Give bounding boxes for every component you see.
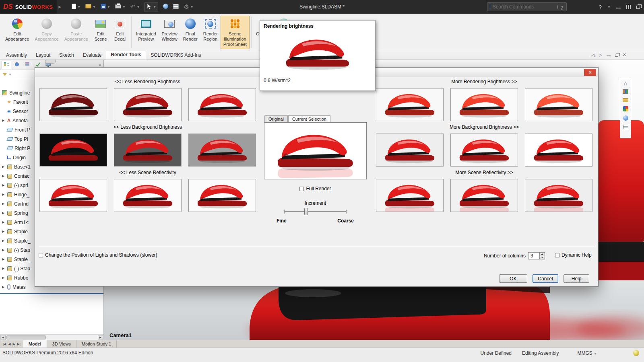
tab-evaluate[interactable]: Evaluate bbox=[78, 51, 106, 60]
search-scope-icon[interactable] bbox=[490, 4, 490, 9]
render-region-button[interactable]: Render Region bbox=[200, 16, 221, 44]
print-button[interactable]: ▼ bbox=[115, 4, 126, 10]
slider-track[interactable] bbox=[284, 211, 347, 212]
menu-expand-icon[interactable]: ▶ bbox=[58, 5, 61, 9]
tab-original[interactable]: Original bbox=[264, 115, 288, 123]
dialog-close-button[interactable]: ✕ bbox=[584, 69, 596, 76]
tab-assembly[interactable]: Assembly bbox=[2, 51, 31, 60]
integrated-preview-button[interactable]: Integrated Preview bbox=[133, 16, 159, 44]
units-selector[interactable]: MMGS ▼ bbox=[577, 350, 597, 356]
expand-arrow-icon[interactable]: ▶ bbox=[2, 165, 4, 169]
tab-solidworks-add-ins[interactable]: SOLIDWORKS Add-Ins bbox=[146, 51, 205, 60]
thumbnail-right-background-1[interactable] bbox=[376, 134, 444, 167]
help-dropdown-icon[interactable]: ▼ bbox=[607, 5, 611, 9]
panel-collapse-handle[interactable] bbox=[45, 60, 56, 64]
doc-close-button[interactable]: ✕ bbox=[623, 53, 626, 57]
increment-slider[interactable] bbox=[284, 208, 347, 215]
expand-arrow-icon[interactable]: ▶ bbox=[2, 220, 4, 224]
thumbnail-left-rendering-1[interactable] bbox=[39, 88, 107, 121]
open-button[interactable]: ▼ bbox=[85, 4, 96, 10]
next-tab-icon[interactable]: ▶ bbox=[12, 342, 15, 346]
tab-sketch[interactable]: Sketch bbox=[55, 51, 78, 60]
last-tab-icon[interactable]: ▶| bbox=[17, 342, 21, 346]
spin-down-icon[interactable] bbox=[539, 256, 545, 260]
search-commands-box[interactable]: ▼ bbox=[487, 2, 567, 11]
panel-horizontal-scrollbar[interactable]: ◀ ▶ bbox=[0, 334, 103, 340]
print-dropdown-icon[interactable]: ▼ bbox=[122, 5, 126, 9]
design-library-icon[interactable] bbox=[623, 89, 628, 95]
first-tab-icon[interactable]: |◀ bbox=[2, 342, 6, 346]
view-palette-icon[interactable] bbox=[623, 106, 628, 113]
doc-restore-button[interactable] bbox=[615, 54, 618, 57]
new-document-button[interactable]: ▼ bbox=[72, 4, 80, 10]
expand-arrow-icon[interactable]: ▶ bbox=[2, 239, 4, 243]
thumbnail-left-reflectivity-1[interactable] bbox=[39, 179, 107, 212]
doc-tab-model[interactable]: Model bbox=[23, 340, 47, 348]
panel-flyout-icon[interactable]: » bbox=[99, 63, 101, 67]
expand-arrow-icon[interactable]: ▶ bbox=[2, 230, 4, 233]
expand-arrow-icon[interactable]: ▶ bbox=[2, 285, 4, 289]
edit-decal-button[interactable]: Edit Decal bbox=[110, 16, 130, 44]
search-input[interactable] bbox=[493, 4, 555, 10]
doc-tab-motion-study-1[interactable]: Motion Study 1 bbox=[76, 340, 117, 348]
solidworks-resources-icon[interactable]: ⌂ bbox=[624, 81, 627, 86]
thumbnail-left-background-3[interactable] bbox=[188, 134, 256, 167]
select-button[interactable]: ▼ bbox=[144, 2, 158, 12]
panel-tab-feature-manager[interactable] bbox=[2, 61, 11, 69]
edit-appearance-button[interactable]: Edit Appearance bbox=[2, 16, 32, 44]
window-grid-button[interactable] bbox=[626, 5, 631, 9]
tab-render-tools[interactable]: Render Tools bbox=[106, 50, 146, 60]
slider-thumb[interactable] bbox=[304, 208, 308, 215]
file-explorer-icon[interactable] bbox=[623, 98, 628, 103]
undo-dropdown-icon[interactable]: ▼ bbox=[136, 5, 140, 9]
options-dropdown-icon[interactable]: ▼ bbox=[190, 5, 194, 9]
thumbnail-right-background-2[interactable] bbox=[450, 134, 518, 167]
edit-scene-button[interactable]: Edit Scene bbox=[91, 16, 110, 44]
open-dropdown-icon[interactable]: ▼ bbox=[93, 5, 96, 9]
save-dropdown-icon[interactable]: ▼ bbox=[107, 5, 110, 9]
doc-minimize-button[interactable] bbox=[607, 53, 611, 56]
thumbnail-left-reflectivity-3[interactable] bbox=[188, 179, 256, 212]
minimize-button[interactable] bbox=[616, 5, 621, 8]
spin-up-icon[interactable] bbox=[539, 252, 545, 256]
thumbnail-left-background-1[interactable] bbox=[39, 134, 107, 167]
expand-arrow-icon[interactable]: ▶ bbox=[2, 202, 4, 206]
scroll-left-icon[interactable]: ◀ bbox=[0, 335, 6, 340]
expand-arrow-icon[interactable]: ▶ bbox=[2, 183, 4, 187]
search-icon[interactable] bbox=[557, 5, 558, 9]
checkbox-icon[interactable] bbox=[555, 253, 559, 257]
full-render-checkbox[interactable]: Full Render bbox=[264, 186, 367, 191]
help-button[interactable]: Help bbox=[564, 274, 589, 283]
thumbnail-right-reflectivity-1[interactable] bbox=[376, 179, 444, 212]
expand-arrow-icon[interactable]: ▶ bbox=[2, 119, 4, 122]
select-dropdown-icon[interactable]: ▼ bbox=[153, 5, 156, 9]
checkbox-icon[interactable] bbox=[39, 253, 43, 257]
filter-icon[interactable] bbox=[3, 73, 7, 76]
expand-arrow-icon[interactable]: ▶ bbox=[2, 193, 4, 196]
pane-right-icon[interactable]: ▷ bbox=[599, 53, 602, 57]
ok-button[interactable]: OK bbox=[499, 274, 527, 283]
filter-dropdown-icon[interactable]: ▼ bbox=[8, 73, 12, 76]
thumbnail-right-rendering-2[interactable] bbox=[450, 88, 518, 121]
cancel-button[interactable]: Cancel bbox=[533, 274, 558, 283]
thumbnail-right-rendering-1[interactable] bbox=[376, 88, 444, 121]
appearance-tool-button[interactable] bbox=[163, 4, 168, 10]
thumbnail-right-background-3[interactable] bbox=[525, 134, 592, 167]
pane-left-icon[interactable]: ◁ bbox=[591, 53, 594, 57]
tab-layout[interactable]: Layout bbox=[31, 51, 55, 60]
final-render-button[interactable]: Final Render bbox=[180, 16, 200, 44]
expand-arrow-icon[interactable]: ▶ bbox=[2, 257, 4, 261]
thumbnail-right-reflectivity-2[interactable] bbox=[450, 179, 518, 212]
save-button[interactable]: ▼ bbox=[101, 4, 110, 10]
undo-button[interactable]: ↶▼ bbox=[130, 4, 140, 10]
scroll-right-icon[interactable]: ▶ bbox=[98, 335, 103, 340]
new-document-dropdown-icon[interactable]: ▼ bbox=[77, 5, 80, 9]
columns-spinner[interactable] bbox=[528, 252, 545, 259]
appearances-scenes-icon[interactable] bbox=[623, 115, 628, 122]
dynamic-help-checkbox[interactable]: Dynamic Help bbox=[555, 252, 592, 258]
restore-button[interactable] bbox=[636, 6, 640, 9]
prev-tab-icon[interactable]: ◀ bbox=[8, 342, 11, 346]
thumbnail-left-rendering-2[interactable] bbox=[114, 88, 182, 121]
view-list-tool-button[interactable] bbox=[173, 4, 179, 10]
help-button[interactable]: ? bbox=[599, 4, 602, 10]
